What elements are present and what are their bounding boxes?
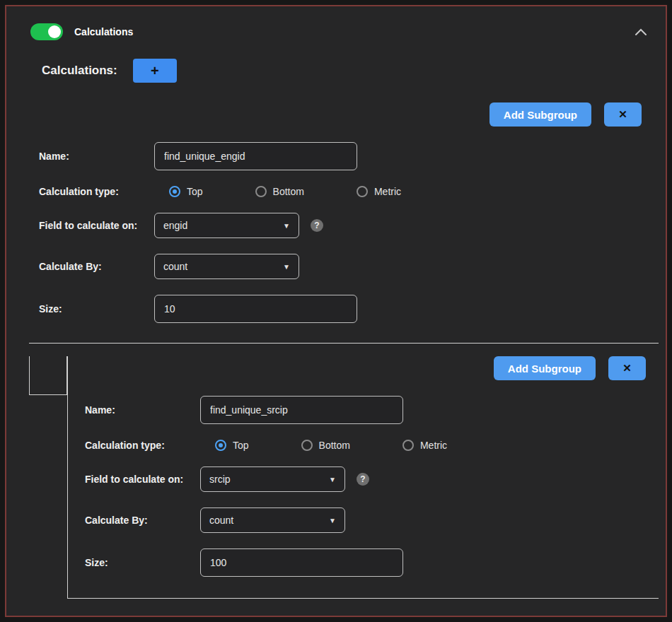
radio-label: Bottom	[273, 186, 304, 197]
size-row: Size:	[39, 295, 642, 323]
radio-label: Top	[233, 440, 249, 451]
name-row: Name:	[85, 396, 646, 424]
radio-label: Metric	[420, 440, 447, 451]
radio-icon	[169, 186, 180, 197]
field-select[interactable]: srcip	[200, 466, 345, 492]
caret-down-icon	[283, 263, 290, 271]
add-subgroup-button[interactable]: Add Subgroup	[489, 102, 591, 127]
radio-icon	[357, 186, 368, 197]
field-label: Field to calculate on:	[85, 474, 200, 485]
name-label: Name:	[85, 404, 200, 416]
calculations-panel: Calculations Calculations: + Add Subgrou…	[5, 5, 667, 617]
group-actions: Add Subgroup ✕	[85, 356, 646, 380]
calc-by-select[interactable]: count	[200, 507, 345, 533]
calc-by-select-value: count	[209, 515, 233, 526]
name-input[interactable]	[200, 396, 403, 424]
size-label: Size:	[85, 557, 200, 568]
field-select-value: srcip	[209, 474, 231, 485]
toggle-knob	[48, 25, 61, 38]
size-label: Size:	[39, 303, 154, 315]
group-actions: Add Subgroup ✕	[39, 102, 642, 127]
collapse-chevron-up-icon[interactable]	[635, 28, 647, 36]
field-select-value: engid	[163, 220, 187, 231]
radio-option-top[interactable]: Top	[215, 440, 249, 451]
help-icon[interactable]: ?	[311, 219, 323, 232]
name-row: Name:	[39, 142, 642, 170]
radio-label: Top	[187, 186, 203, 197]
radio-label: Metric	[374, 186, 401, 197]
caret-down-icon	[329, 517, 336, 524]
caret-down-icon	[283, 222, 290, 230]
add-subgroup-button[interactable]: Add Subgroup	[494, 356, 596, 380]
subgroup-divider	[29, 343, 659, 344]
calc-by-label: Calculate By:	[85, 515, 200, 526]
radio-icon	[215, 440, 226, 451]
calc-by-label: Calculate By:	[39, 261, 154, 272]
calc-type-row: Calculation type: Top Bottom Metric	[85, 440, 646, 451]
subgroup-wrapper: Add Subgroup ✕ Name: Calculation type: T…	[6, 356, 666, 599]
calc-type-radio-group: Top Bottom Metric	[154, 186, 642, 197]
size-row: Size:	[85, 548, 646, 577]
subgroup-connector	[29, 356, 67, 395]
radio-option-metric[interactable]: Metric	[402, 440, 447, 451]
radio-icon	[255, 186, 267, 197]
field-row: Field to calculate on: srcip ?	[85, 466, 646, 492]
calc-type-row: Calculation type: Top Bottom Metric	[39, 186, 642, 197]
calc-by-select[interactable]: count	[154, 254, 299, 279]
name-label: Name:	[39, 151, 154, 162]
size-input[interactable]	[154, 295, 357, 323]
radio-option-bottom[interactable]: Bottom	[301, 440, 350, 451]
help-icon[interactable]: ?	[357, 473, 369, 486]
calc-type-label: Calculation type:	[39, 186, 154, 197]
caret-down-icon	[329, 476, 336, 483]
radio-option-top[interactable]: Top	[169, 186, 203, 197]
remove-group-button[interactable]: ✕	[608, 356, 646, 380]
radio-label: Bottom	[319, 440, 350, 451]
name-input[interactable]	[154, 142, 357, 170]
radio-icon	[301, 440, 313, 451]
radio-option-metric[interactable]: Metric	[357, 186, 401, 197]
size-input[interactable]	[200, 548, 403, 577]
field-select[interactable]: engid	[154, 213, 299, 238]
field-label: Field to calculate on:	[39, 220, 154, 231]
calc-by-row: Calculate By: count	[85, 507, 646, 533]
calc-type-label: Calculation type:	[85, 440, 200, 451]
remove-group-button[interactable]: ✕	[604, 102, 642, 127]
section-row: Calculations: +	[42, 59, 666, 83]
calc-by-row: Calculate By: count	[39, 254, 642, 279]
calc-type-radio-group: Top Bottom Metric	[200, 440, 646, 451]
calculations-toggle[interactable]	[30, 23, 63, 40]
panel-header: Calculations	[6, 6, 666, 40]
radio-icon	[402, 440, 414, 451]
add-calculation-button[interactable]: +	[133, 59, 177, 83]
calculation-subgroup: Add Subgroup ✕ Name: Calculation type: T…	[67, 356, 659, 599]
section-title: Calculations:	[42, 64, 117, 78]
radio-option-bottom[interactable]: Bottom	[255, 186, 304, 197]
toggle-label: Calculations	[74, 26, 133, 37]
calculation-group: Add Subgroup ✕ Name: Calculation type: T…	[6, 102, 666, 323]
field-row: Field to calculate on: engid ?	[39, 213, 642, 238]
calc-by-select-value: count	[163, 261, 187, 272]
